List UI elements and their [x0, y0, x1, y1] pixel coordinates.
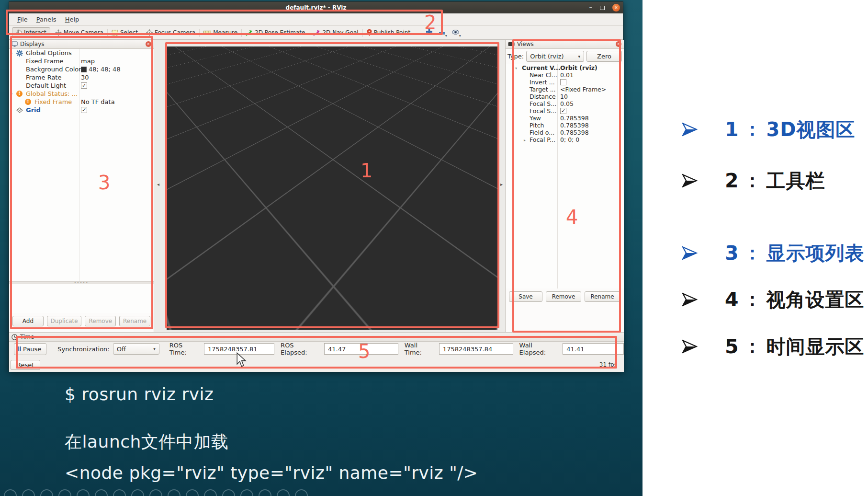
launch-note-line: 在launch文件中加载	[65, 430, 228, 454]
collapse-left-icon[interactable]: ◂	[157, 182, 159, 187]
minimize-button[interactable]: –	[589, 5, 593, 10]
legend-item-1: 1 ： 3D视图区	[682, 116, 856, 142]
annotation-box-views	[512, 39, 621, 333]
legend-arrow-icon	[682, 122, 698, 137]
dropdown-arrow-icon: ▾	[459, 34, 461, 38]
close-button[interactable]: ✕	[612, 4, 620, 12]
annotation-number-5: 5	[358, 340, 370, 362]
annotation-box-displays	[10, 36, 153, 329]
legend-item-3: 3 ： 显示项列表	[682, 240, 865, 266]
mouse-cursor	[236, 352, 247, 368]
annotation-number-2: 2	[424, 12, 436, 34]
collapse-right-icon[interactable]: ▸	[500, 182, 503, 187]
legend-arrow-icon	[682, 246, 698, 260]
legend-item-2: 2 ： 工具栏	[682, 168, 825, 194]
annotation-number-4: 4	[566, 206, 578, 228]
eye-icon	[452, 30, 459, 35]
legend-item-5: 5 ： 时间显示区	[682, 334, 865, 359]
legend-arrow-icon	[682, 292, 698, 307]
annotation-number-3: 3	[98, 172, 110, 194]
dropdown-arrow-icon: ▾	[445, 34, 447, 38]
node-xml-line: <node pkg="rviz" type="rviz" name="rviz …	[65, 463, 478, 483]
annotation-number-1: 1	[361, 160, 372, 182]
tool-visibility-button[interactable]: ▾	[452, 29, 459, 36]
annotation-box-toolbar	[6, 10, 443, 35]
desktop-background: default.rviz* - RViz – ✕ File Panels Hel…	[0, 0, 868, 496]
terminal-command-line: $ rosrun rviz rviz	[65, 384, 214, 404]
annotation-box-time	[16, 336, 617, 369]
legend-arrow-icon	[682, 339, 698, 354]
annotation-box-3d-view	[165, 42, 499, 328]
maximize-button[interactable]	[600, 6, 605, 10]
legend-item-4: 4 ： 视角设置区	[682, 287, 865, 312]
legend-arrow-icon	[682, 173, 698, 188]
